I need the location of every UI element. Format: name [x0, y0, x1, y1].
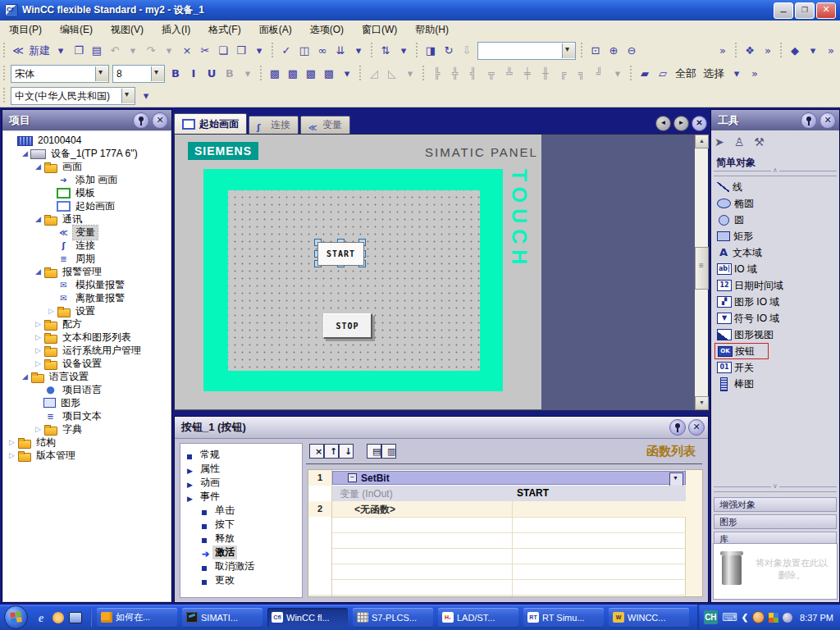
tools-mode-icon[interactable]: ♙: [734, 135, 745, 148]
toolbar-grip[interactable]: [421, 66, 427, 82]
toolbar-grip[interactable]: [2, 43, 7, 59]
zoom-select-button[interactable]: 选择: [700, 65, 728, 83]
properties-nav-item[interactable]: 更改: [180, 573, 302, 587]
flip-icon[interactable]: ◿: [365, 65, 383, 83]
section-bar[interactable]: 图形: [714, 514, 837, 529]
pin-icon[interactable]: [133, 112, 149, 129]
tree-item-label[interactable]: 报警管理: [60, 265, 104, 279]
hmi-stop-button[interactable]: STOP: [323, 313, 372, 339]
tool-item[interactable]: OK 按钮: [714, 343, 769, 359]
scroll-up-icon[interactable]: ▲: [695, 135, 709, 148]
menu-item[interactable]: 编辑(E): [51, 21, 102, 39]
toolbar-grip[interactable]: [778, 43, 784, 59]
taskbar-window-button[interactable]: LAD/ST...: [438, 608, 518, 628]
tree-item-label[interactable]: 字典: [60, 422, 84, 436]
nav-forward-icon[interactable]: ►: [673, 116, 689, 131]
toolbar-icon[interactable]: ⊖: [623, 42, 641, 60]
tree-expand-arrow[interactable]: [33, 215, 43, 223]
toolbar-icon[interactable]: ≪: [9, 42, 27, 60]
toolbar-icon[interactable]: ⊕: [605, 42, 623, 60]
empty-row[interactable]: [308, 579, 686, 596]
toolbar-icon[interactable]: ↻: [440, 42, 458, 60]
toolbar-grip[interactable]: [358, 66, 363, 82]
volume-icon[interactable]: [783, 613, 792, 623]
empty-row[interactable]: [308, 564, 686, 580]
tool-item[interactable]: A 文本域: [714, 244, 765, 261]
tree-item-label[interactable]: 模拟量报警: [73, 278, 127, 292]
toolbar-icon[interactable]: ↷: [142, 42, 160, 60]
toolbar-icon[interactable]: ❐: [70, 42, 88, 60]
properties-nav-item[interactable]: 属性: [180, 462, 302, 476]
function-list-tool-icon[interactable]: ×: [309, 444, 324, 459]
toolbar-icon[interactable]: ▾: [160, 42, 178, 60]
function-name[interactable]: SetBit: [361, 472, 390, 484]
function-list-tool-icon[interactable]: ▥: [381, 444, 396, 459]
toolbar-icon[interactable]: ◨: [422, 42, 440, 60]
tool-item[interactable]: 棒图: [714, 376, 757, 392]
properties-nav-item[interactable]: 激活: [180, 546, 302, 559]
tree-item-label[interactable]: 通讯: [60, 212, 84, 226]
collapse-icon[interactable]: −: [348, 473, 357, 482]
panel-icon[interactable]: ▩: [284, 65, 302, 83]
properties-nav-item[interactable]: 取消激活: [180, 559, 302, 573]
start-button-selection[interactable]: START: [314, 239, 366, 267]
toolbar-icon[interactable]: ✂: [196, 42, 214, 60]
tree-item-label[interactable]: 变量: [73, 226, 98, 240]
tree-expand-arrow[interactable]: [20, 149, 30, 158]
close-icon[interactable]: [152, 112, 168, 129]
tool-item[interactable]: 矩形: [714, 228, 756, 244]
chevron-down-icon[interactable]: [562, 43, 575, 58]
flip-icon[interactable]: ▾: [401, 65, 419, 83]
tree-item-label[interactable]: 图形: [58, 396, 83, 410]
toolbar-grip[interactable]: [258, 66, 264, 82]
delete-drop-zone[interactable]: 将对象放置在此以 删除。: [713, 543, 838, 600]
editor-tab[interactable]: 起始画面: [174, 113, 247, 134]
menu-item[interactable]: 格式(F): [199, 21, 249, 39]
editor-tab[interactable]: 变量: [300, 116, 350, 134]
tree-expand-arrow[interactable]: [33, 333, 43, 341]
properties-nav-item[interactable]: 事件: [180, 490, 302, 504]
tree-item-label[interactable]: 文本和图形列表: [60, 331, 134, 345]
function-row-2[interactable]: 2 <无函数>: [308, 501, 686, 518]
menu-item[interactable]: 项目(P): [0, 21, 51, 39]
toolbar-icon[interactable]: ×: [178, 42, 196, 60]
param-value[interactable]: START: [517, 487, 549, 499]
toolbar-icon[interactable]: ❒: [232, 42, 250, 60]
align-icon[interactable]: ▾: [609, 65, 627, 83]
toolbar-overflow-icon[interactable]: ▾: [728, 65, 746, 83]
function-list-tool-icon[interactable]: ↑: [324, 444, 339, 459]
tool-item[interactable]: ▼ 符号 IO 域: [714, 310, 783, 326]
align-icon[interactable]: ╫: [536, 65, 555, 83]
empty-row[interactable]: [308, 517, 686, 533]
tree-item-label[interactable]: 项目文本: [60, 409, 104, 423]
toolbar-icon[interactable]: ⇊: [331, 42, 349, 60]
tree-item-label[interactable]: 版本管理: [34, 449, 78, 463]
language-indicator[interactable]: CH: [704, 610, 718, 624]
toolbar-icon[interactable]: ▤: [88, 42, 106, 60]
section-bar[interactable]: 增强对象: [714, 497, 837, 512]
menu-item[interactable]: 窗口(W): [353, 21, 406, 39]
font-size-combo[interactable]: 8: [112, 65, 165, 83]
tree-item-label[interactable]: 项目语言: [60, 383, 104, 397]
format-icon[interactable]: ▾: [239, 65, 257, 83]
taskbar-window-button[interactable]: RT Simu...: [523, 608, 604, 628]
format-icon[interactable]: B: [167, 65, 185, 83]
toolbar-grip[interactable]: [2, 66, 7, 82]
toolbar-icon[interactable]: ❏: [214, 42, 232, 60]
tree-item-label[interactable]: 离散量报警: [73, 291, 127, 305]
tree-expand-arrow[interactable]: [33, 425, 43, 433]
quick-launch-icon[interactable]: [52, 612, 64, 623]
align-icon[interactable]: ╗: [573, 65, 591, 83]
menu-item[interactable]: 插入(I): [153, 21, 199, 39]
toolbar-grip[interactable]: [579, 43, 585, 59]
tree-expand-arrow[interactable]: [33, 346, 43, 354]
properties-nav-item[interactable]: 按下: [180, 518, 302, 532]
tray-icon[interactable]: [769, 613, 778, 623]
tools-mode-icon[interactable]: ➤: [714, 135, 724, 148]
tree-expand-arrow[interactable]: [33, 162, 43, 171]
chevron-down-icon[interactable]: [121, 89, 135, 103]
tree-expand-arrow[interactable]: [7, 451, 17, 459]
tree-item-label[interactable]: 20100404: [35, 135, 84, 146]
chevron-down-icon[interactable]: ∨: [771, 482, 779, 490]
tree-expand-arrow[interactable]: [33, 320, 43, 328]
